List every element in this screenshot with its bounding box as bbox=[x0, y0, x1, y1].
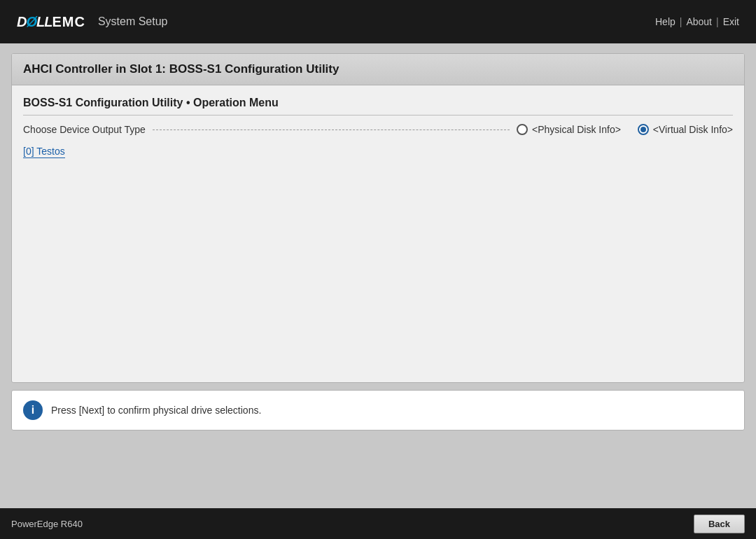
testos-link[interactable]: [0] Testos bbox=[23, 146, 65, 158]
dotted-separator bbox=[153, 130, 510, 130]
nav-divider-1: | bbox=[680, 16, 682, 27]
footer: PowerEdge R640 Back bbox=[0, 508, 756, 539]
choose-device-row: Choose Device Output Type <Physical Disk… bbox=[23, 124, 733, 135]
radio-group: <Physical Disk Info> <Virtual Disk Info> bbox=[517, 124, 733, 135]
back-button[interactable]: Back bbox=[694, 514, 745, 533]
main-wrapper: AHCI Controller in Slot 1: BOSS-S1 Confi… bbox=[0, 43, 756, 508]
radio-virtual-label: <Virtual Disk Info> bbox=[653, 124, 733, 135]
help-link[interactable]: Help bbox=[655, 16, 676, 27]
about-link[interactable]: About bbox=[686, 16, 712, 27]
dell-emc-logo: DØLLEMC bbox=[17, 14, 85, 30]
footer-device-label: PowerEdge R640 bbox=[11, 519, 83, 529]
choose-device-label: Choose Device Output Type bbox=[23, 124, 146, 135]
info-box: i Press [Next] to confirm physical drive… bbox=[11, 390, 745, 430]
header-nav: Help | About | Exit bbox=[655, 16, 739, 27]
header: DØLLEMC System Setup Help | About | Exit bbox=[0, 0, 756, 43]
main-card: AHCI Controller in Slot 1: BOSS-S1 Confi… bbox=[11, 53, 745, 383]
radio-physical-disk[interactable]: <Physical Disk Info> bbox=[517, 124, 621, 135]
card-header-title: AHCI Controller in Slot 1: BOSS-S1 Confi… bbox=[23, 62, 733, 76]
radio-circle-physical bbox=[517, 124, 528, 135]
info-icon: i bbox=[23, 400, 43, 420]
card-header: AHCI Controller in Slot 1: BOSS-S1 Confi… bbox=[12, 54, 744, 85]
header-system-setup-label: System Setup bbox=[98, 15, 168, 28]
card-body: BOSS-S1 Configuration Utility • Operatio… bbox=[12, 85, 744, 382]
section-title: BOSS-S1 Configuration Utility • Operatio… bbox=[23, 97, 733, 115]
content-fill-area bbox=[23, 158, 733, 368]
exit-link[interactable]: Exit bbox=[723, 16, 739, 27]
nav-divider-2: | bbox=[716, 16, 719, 27]
radio-virtual-disk[interactable]: <Virtual Disk Info> bbox=[638, 124, 733, 135]
header-left: DØLLEMC System Setup bbox=[17, 14, 168, 30]
radio-physical-label: <Physical Disk Info> bbox=[532, 124, 621, 135]
info-message: Press [Next] to confirm physical drive s… bbox=[51, 405, 261, 416]
radio-circle-virtual bbox=[638, 124, 649, 135]
